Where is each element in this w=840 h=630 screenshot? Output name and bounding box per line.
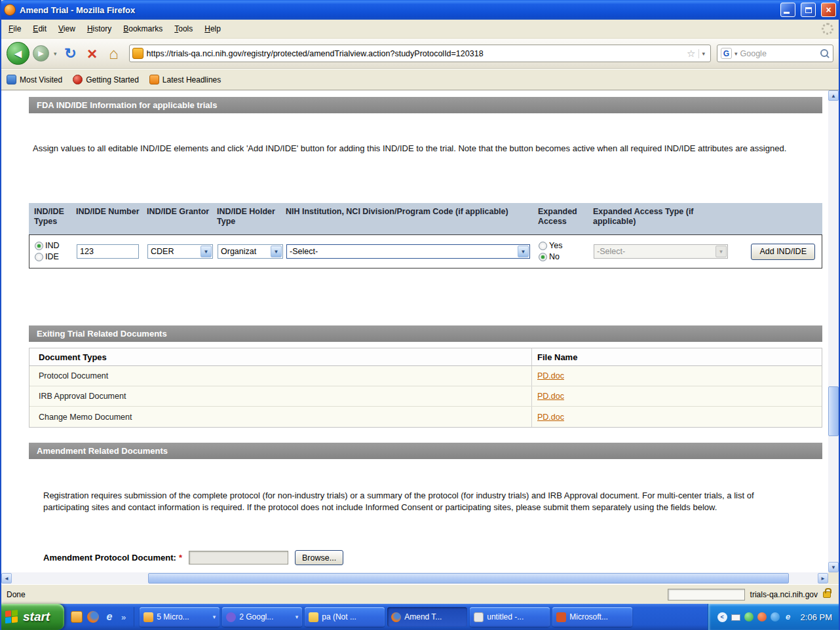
lock-icon — [823, 591, 831, 598]
taskbar-button-google-group[interactable]: 2 Googl... ▾ — [222, 607, 302, 627]
network-tray-icon[interactable] — [771, 612, 780, 621]
taskbar-button-amend-trial[interactable]: Amend T... — [387, 607, 467, 627]
search-box[interactable]: G ▾ Google — [717, 45, 833, 62]
protocol-file-input[interactable] — [189, 551, 288, 565]
home-button[interactable]: ⌂ — [105, 44, 123, 64]
ind-ide-table: IND/IDE Types IND/IDE Number IND/IDE Gra… — [29, 203, 822, 269]
rss-feed-icon — [149, 75, 159, 84]
tray-collapse-button[interactable]: < — [717, 612, 727, 622]
col-header-number: IND/IDE Number — [76, 207, 147, 231]
ie-quicklaunch-icon[interactable]: e — [104, 611, 115, 623]
col-header-expanded-access-type: Expanded Access Type (if applicable) — [593, 207, 731, 231]
url-text[interactable]: https://trials-qa.nci.nih.gov/registry/p… — [147, 49, 683, 58]
document-file-link[interactable]: PD.doc — [537, 392, 564, 401]
document-file-link[interactable]: PD.doc — [537, 413, 564, 422]
start-label: start — [23, 610, 50, 624]
document-type: Change Memo Document — [29, 413, 531, 422]
minimize-button[interactable] — [780, 3, 795, 17]
section-header-amendment-documents: Amendment Related Documents — [29, 443, 822, 459]
menu-bar: File Edit View History Bookmarks Tools H… — [1, 20, 839, 39]
taskbar-button-microsoft[interactable]: Microsoft... — [552, 607, 632, 627]
stop-button[interactable]: × — [83, 44, 102, 64]
updates-tray-icon[interactable] — [757, 612, 767, 621]
table-row: Change Memo Document PD.doc — [29, 407, 822, 427]
vertical-scrollbar[interactable]: ▲ ▼ — [828, 90, 839, 572]
start-button[interactable]: start — [0, 604, 64, 630]
bookmark-getting-started[interactable]: Getting Started — [73, 75, 139, 84]
menu-help[interactable]: Help — [199, 21, 227, 37]
ind-ide-number-input[interactable] — [77, 244, 139, 259]
menu-view[interactable]: View — [52, 21, 81, 37]
search-engine-dropdown[interactable]: ▾ — [735, 50, 738, 57]
status-bar: Done trials-qa.nci.nih.gov — [1, 584, 839, 604]
messenger-tray-icon[interactable] — [744, 612, 754, 621]
bookmark-star-icon[interactable]: ☆ — [687, 48, 695, 60]
mail-tray-icon[interactable] — [731, 614, 740, 621]
restore-button[interactable] — [801, 3, 816, 17]
horizontal-scrollbar[interactable]: ◄ ► — [1, 572, 828, 584]
folder-icon — [309, 612, 318, 622]
reload-icon: ↻ — [64, 45, 76, 62]
outlook-quicklaunch-icon[interactable] — [71, 611, 83, 623]
expanded-access-type-select: -Select-▼ — [594, 244, 728, 259]
document-type: Protocol Document — [29, 371, 531, 380]
col-header-document-types: Document Types — [29, 352, 531, 362]
firefox-quicklaunch-icon[interactable] — [87, 611, 99, 623]
taskbar: start e » 5 Micro... ▾ 2 Googl... ▾ pa (… — [0, 604, 840, 630]
taskbar-button-untitled[interactable]: untitled -... — [470, 607, 550, 627]
back-button[interactable]: ◀ — [7, 42, 29, 65]
bookmark-latest-headlines[interactable]: Latest Headlines — [149, 75, 221, 84]
radio-expanded-access-yes[interactable] — [539, 242, 547, 250]
document-file-link[interactable]: PD.doc — [537, 371, 564, 380]
back-arrow-icon: ◀ — [14, 48, 22, 60]
bookmark-label: Latest Headlines — [162, 75, 221, 84]
scroll-left-button[interactable]: ◄ — [1, 573, 12, 584]
col-header-grantor: IND/IDE Grantor — [147, 207, 217, 231]
reload-button[interactable]: ↻ — [62, 44, 80, 64]
close-button[interactable]: × — [821, 3, 836, 17]
radio-ind-label: IND — [45, 240, 60, 251]
url-dropdown-button[interactable]: ▾ — [698, 49, 708, 58]
taskbar-button-folder[interactable]: pa (Not ... — [305, 607, 385, 627]
col-header-nih-code: NIH Institution, NCI Division/Program Co… — [286, 207, 538, 231]
grantor-select[interactable]: CDER▼ — [147, 244, 213, 259]
throbber-icon — [822, 23, 833, 35]
search-icon[interactable] — [820, 49, 830, 58]
windows-flag-icon — [5, 609, 19, 624]
radio-expanded-access-no[interactable] — [539, 253, 547, 261]
browse-button[interactable]: Browse... — [295, 550, 343, 565]
bookmark-most-visited[interactable]: Most Visited — [7, 75, 62, 84]
quicklaunch-overflow-chevron[interactable]: » — [120, 612, 127, 622]
menu-edit[interactable]: Edit — [27, 21, 52, 37]
col-header-expanded-access: Expanded Access — [538, 207, 593, 231]
history-dropdown-button[interactable]: ▾ — [52, 50, 58, 57]
chevron-down-icon: ▼ — [271, 246, 282, 257]
search-input[interactable]: Google — [740, 49, 818, 58]
ie-tray-icon[interactable]: e — [784, 612, 793, 621]
vertical-scrollbar-thumb[interactable] — [828, 386, 839, 436]
taskbar-button-outlook-group[interactable]: 5 Micro... ▾ — [140, 607, 220, 627]
scroll-up-button[interactable]: ▲ — [828, 90, 839, 101]
section-header-ind-ide: FDA IND/IDE Information for applicable t… — [29, 97, 822, 113]
forward-button[interactable]: ▶ — [33, 45, 49, 62]
document-icon — [474, 612, 484, 622]
firefox-window: Amend Trial - Mozilla Firefox × File Edi… — [0, 0, 840, 630]
restore-icon — [805, 7, 812, 13]
menu-bookmarks[interactable]: Bookmarks — [117, 21, 168, 37]
add-ind-ide-button[interactable]: Add IND/IDE — [751, 244, 815, 260]
nih-code-select[interactable]: -Select-▼ — [286, 244, 530, 259]
type-radio-group: IND IDE — [35, 240, 77, 263]
office-app-icon — [556, 612, 566, 622]
holder-type-select[interactable]: Organizat▼ — [218, 244, 283, 259]
horizontal-scrollbar-thumb[interactable] — [148, 573, 789, 584]
firefox-icon — [391, 612, 401, 622]
ind-ide-table-header: IND/IDE Types IND/IDE Number IND/IDE Gra… — [29, 203, 822, 234]
radio-ind[interactable] — [35, 242, 43, 250]
menu-history[interactable]: History — [81, 21, 117, 37]
scroll-right-button[interactable]: ► — [818, 573, 828, 584]
menu-tools[interactable]: Tools — [168, 21, 199, 37]
address-bar[interactable]: https://trials-qa.nci.nih.gov/registry/p… — [129, 45, 711, 62]
radio-ide[interactable] — [35, 253, 43, 261]
menu-file[interactable]: File — [3, 21, 27, 37]
scroll-down-button[interactable]: ▼ — [828, 562, 839, 572]
